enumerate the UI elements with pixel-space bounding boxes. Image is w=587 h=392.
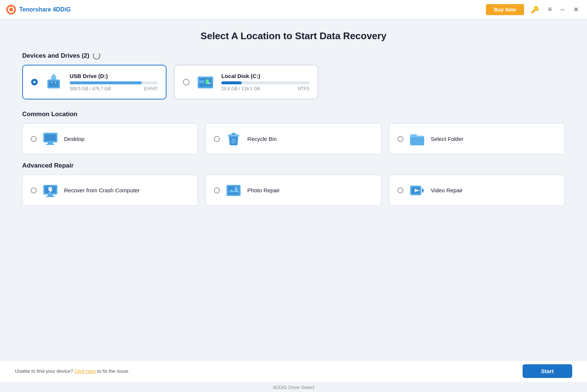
location-card-folder[interactable]: Select Folder bbox=[389, 123, 565, 155]
crash-label: Recover from Crash Computer bbox=[64, 187, 140, 193]
location-card-recycle[interactable]: Recycle Bin bbox=[205, 123, 381, 155]
app-logo-icon bbox=[6, 4, 16, 15]
usb-progress-fill bbox=[70, 81, 142, 84]
footer: Unable to find your device? Click here t… bbox=[0, 360, 587, 382]
desktop-radio[interactable] bbox=[31, 136, 37, 142]
local-drive-format: NTFS bbox=[298, 86, 309, 91]
svg-rect-4 bbox=[49, 81, 58, 87]
usb-drive-format: EXFAT bbox=[144, 86, 158, 91]
svg-rect-12 bbox=[199, 80, 204, 83]
local-progress-fill bbox=[221, 81, 242, 84]
common-location-grid: Desktop Recycle Bin bbox=[22, 123, 565, 155]
devices-section-label: Devices and Drives (2) bbox=[22, 52, 89, 60]
footer-text: Unable to find your device? Click here t… bbox=[15, 368, 129, 374]
drive-card-local[interactable]: Local Disk (C:) 26.8 GB / 118.1 GB NTFS bbox=[174, 65, 318, 99]
local-drive-info: Local Disk (C:) 26.8 GB / 118.1 GB NTFS bbox=[221, 73, 309, 91]
close-icon[interactable]: ✕ bbox=[571, 4, 581, 15]
devices-section-header: Devices and Drives (2) bbox=[22, 52, 565, 60]
svg-rect-6 bbox=[53, 74, 55, 76]
svg-rect-16 bbox=[48, 142, 53, 144]
local-drive-meta: 26.8 GB / 118.1 GB NTFS bbox=[221, 86, 309, 91]
local-drive-size: 26.8 GB / 118.1 GB bbox=[221, 86, 260, 91]
drive-radio-local[interactable] bbox=[183, 79, 189, 85]
common-location-section: Common Location Desktop bbox=[22, 111, 565, 155]
drive-card-usb[interactable]: USB Drive (D:) 389.5 GB / 476.7 GB EXFAT bbox=[22, 65, 167, 99]
recycle-radio[interactable] bbox=[214, 136, 220, 142]
svg-rect-19 bbox=[232, 133, 235, 135]
svg-rect-11 bbox=[206, 80, 209, 84]
menu-icon[interactable]: ≡ bbox=[546, 4, 554, 15]
svg-point-30 bbox=[235, 187, 237, 190]
usb-drive-info: USB Drive (D:) 389.5 GB / 476.7 GB EXFAT bbox=[70, 73, 158, 91]
key-icon[interactable]: 🔑 bbox=[529, 4, 541, 15]
photo-label: Photo Repair bbox=[247, 187, 280, 193]
local-progress-bar bbox=[221, 81, 309, 84]
footer-subtitle: 4DDiG Drive Select bbox=[0, 382, 587, 392]
svg-point-8 bbox=[55, 82, 56, 83]
advanced-repair-label: Advanced Repair bbox=[22, 162, 74, 169]
folder-radio[interactable] bbox=[398, 136, 403, 142]
refresh-icon[interactable] bbox=[93, 52, 100, 60]
footer-text-before: Unable to find your device? bbox=[15, 368, 73, 374]
advanced-repair-header: Advanced Repair bbox=[22, 162, 565, 169]
photo-radio[interactable] bbox=[214, 187, 220, 193]
folder-icon bbox=[409, 131, 426, 148]
svg-point-13 bbox=[208, 82, 211, 84]
app-name: Tenorshare 4DDiG bbox=[19, 6, 71, 13]
local-disk-icon bbox=[195, 72, 215, 92]
svg-rect-25 bbox=[48, 195, 53, 196]
usb-drive-name: USB Drive (D:) bbox=[70, 73, 158, 79]
title-bar-actions: Buy Now 🔑 ≡ – ✕ bbox=[486, 4, 581, 15]
advanced-repair-grid: Recover from Crash Computer Photo Repair bbox=[22, 175, 565, 206]
svg-rect-5 bbox=[51, 76, 56, 80]
svg-point-2 bbox=[9, 8, 13, 11]
start-button[interactable]: Start bbox=[523, 364, 572, 378]
location-card-desktop[interactable]: Desktop bbox=[22, 123, 198, 155]
buy-now-button[interactable]: Buy Now bbox=[486, 4, 524, 15]
svg-marker-32 bbox=[422, 187, 424, 193]
svg-rect-26 bbox=[46, 196, 54, 197]
usb-drive-size: 389.5 GB / 476.7 GB bbox=[70, 86, 111, 91]
usb-drive-icon bbox=[44, 72, 64, 92]
folder-label: Select Folder bbox=[431, 136, 463, 142]
local-drive-name: Local Disk (C:) bbox=[221, 73, 309, 79]
usb-progress-bar bbox=[70, 81, 158, 84]
svg-rect-18 bbox=[228, 135, 239, 136]
drive-radio-usb[interactable] bbox=[31, 79, 38, 85]
drives-grid: USB Drive (D:) 389.5 GB / 476.7 GB EXFAT bbox=[22, 65, 565, 99]
video-label: Video Repair bbox=[431, 187, 463, 193]
desktop-label: Desktop bbox=[64, 136, 84, 142]
photo-repair-icon bbox=[225, 182, 242, 199]
footer-link[interactable]: Click here bbox=[74, 368, 96, 374]
recycle-bin-icon bbox=[225, 131, 242, 148]
common-location-header: Common Location bbox=[22, 111, 565, 118]
location-card-video[interactable]: Video Repair bbox=[389, 175, 565, 206]
usb-drive-meta: 389.5 GB / 476.7 GB EXFAT bbox=[70, 86, 158, 91]
location-card-crash[interactable]: Recover from Crash Computer bbox=[22, 175, 198, 206]
svg-rect-17 bbox=[46, 144, 54, 145]
footer-text-after: to fix the issue. bbox=[97, 368, 130, 374]
crash-computer-icon bbox=[42, 182, 59, 199]
main-content: Select A Location to Start Data Recovery… bbox=[0, 19, 587, 360]
crash-radio[interactable] bbox=[31, 187, 37, 193]
svg-rect-15 bbox=[45, 134, 56, 141]
page-title: Select A Location to Start Data Recovery bbox=[22, 30, 565, 42]
recycle-label: Recycle Bin bbox=[247, 136, 276, 142]
app-logo: Tenorshare 4DDiG bbox=[6, 4, 71, 15]
common-location-label: Common Location bbox=[22, 111, 77, 118]
advanced-repair-section: Advanced Repair Recover from Crash Compu… bbox=[22, 162, 565, 206]
video-radio[interactable] bbox=[398, 187, 403, 193]
desktop-icon bbox=[42, 131, 59, 148]
svg-point-7 bbox=[51, 82, 53, 83]
title-bar: Tenorshare 4DDiG Buy Now 🔑 ≡ – ✕ bbox=[0, 0, 587, 19]
minimize-icon[interactable]: – bbox=[559, 4, 567, 15]
video-repair-icon bbox=[409, 182, 426, 199]
location-card-photo[interactable]: Photo Repair bbox=[205, 175, 381, 206]
